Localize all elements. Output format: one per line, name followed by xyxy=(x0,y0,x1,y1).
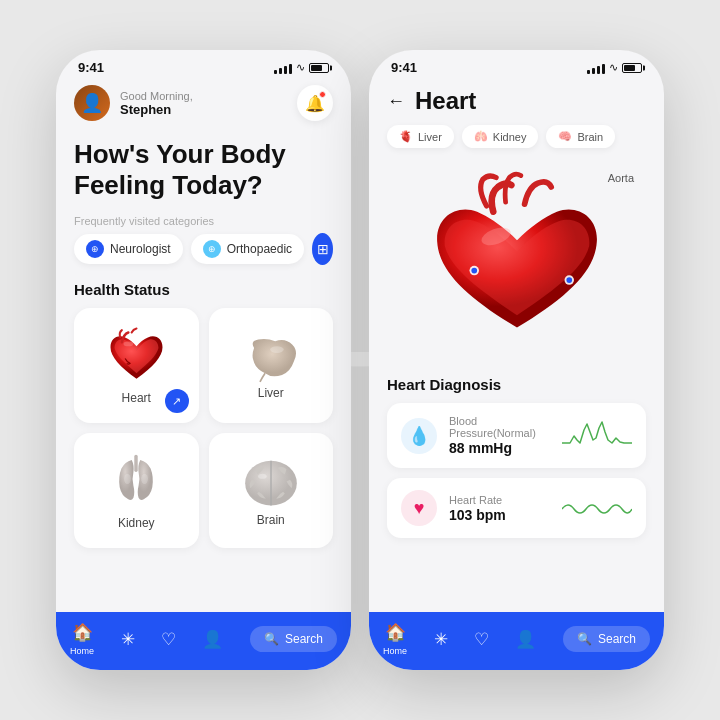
avatar-greeting: 👤 Good Morning, Stephen xyxy=(74,85,193,121)
avatar: 👤 xyxy=(74,85,110,121)
hr-chart xyxy=(562,491,632,526)
bottom-nav-1: 🏠 Home ✳ ♡ 👤 🔍 Search xyxy=(56,612,351,670)
neurologist-icon: ⊕ xyxy=(86,240,104,258)
wifi-icon-1: ∿ xyxy=(296,61,305,74)
tab-brain-label: Brain xyxy=(577,131,603,143)
status-icons-2: ∿ xyxy=(587,61,642,74)
heading-text: How's Your BodyFeeling Today? xyxy=(74,139,333,201)
diagnosis-title: Heart Diagnosis xyxy=(387,376,646,393)
diagnosis-section: Heart Diagnosis 💧 Blood Pressure(Normal)… xyxy=(369,372,664,612)
tab-kidney-label: Kidney xyxy=(493,131,527,143)
nav-asterisk-1[interactable]: ✳ xyxy=(121,629,135,650)
phone2-title: Heart xyxy=(415,87,476,115)
nav-home-label-1: Home xyxy=(70,646,94,656)
organ-card-brain[interactable]: Brain xyxy=(209,433,334,548)
nav-home-label-2: Home xyxy=(383,646,407,656)
avatar-face: 👤 xyxy=(81,92,103,114)
aorta-label: Aorta xyxy=(608,172,634,184)
grid-button[interactable]: ⊞ xyxy=(312,233,333,265)
organ-card-liver[interactable]: Liver xyxy=(209,308,334,423)
signal-bars-2 xyxy=(587,62,605,74)
back-button[interactable]: ← xyxy=(387,91,405,112)
signal-bar-1 xyxy=(274,70,277,74)
nav-person-1[interactable]: 👤 xyxy=(202,629,223,650)
person-icon-2: 👤 xyxy=(515,629,536,650)
heart-arrow-btn[interactable]: ↗ xyxy=(165,389,189,413)
kidney-label: Kidney xyxy=(118,516,155,530)
status-icons-1: ∿ xyxy=(274,61,329,74)
nav-heart-2[interactable]: ♡ xyxy=(474,629,489,650)
battery-icon-2 xyxy=(622,63,642,73)
diag-card-bp[interactable]: 💧 Blood Pressure(Normal) 88 mmHg xyxy=(387,403,646,468)
battery-icon-1 xyxy=(309,63,329,73)
organ-card-kidney[interactable]: Kidney xyxy=(74,433,199,548)
home-icon-1: 🏠 xyxy=(72,622,93,643)
phone2-header: ← Heart xyxy=(369,79,664,121)
bell-button[interactable]: 🔔 xyxy=(297,85,333,121)
sb1 xyxy=(587,70,590,74)
chip-neurologist[interactable]: ⊕ Neurologist xyxy=(74,234,183,264)
nav-home-1[interactable]: 🏠 Home xyxy=(70,622,94,656)
organ-tabs: 🫀 Liver 🫁 Kidney 🧠 Brain xyxy=(369,121,664,158)
search-label-1: Search xyxy=(285,632,323,646)
chip-orthopaedic[interactable]: ⊕ Orthopaedic xyxy=(191,234,304,264)
signal-bar-4 xyxy=(289,64,292,74)
sb4 xyxy=(602,64,605,74)
bp-symbol: 💧 xyxy=(408,425,430,447)
asterisk-icon-2: ✳ xyxy=(434,629,448,650)
hr-value: 103 bpm xyxy=(449,507,550,523)
organ-grid: Heart ↗ xyxy=(74,308,333,548)
bp-icon: 💧 xyxy=(401,418,437,454)
nav-asterisk-2[interactable]: ✳ xyxy=(434,629,448,650)
freq-label: Frequently visited categories xyxy=(56,207,351,233)
nav-heart-1[interactable]: ♡ xyxy=(161,629,176,650)
tab-liver-label: Liver xyxy=(418,131,442,143)
tab-kidney[interactable]: 🫁 Kidney xyxy=(462,125,539,148)
arrow-icon: ↗ xyxy=(172,395,181,408)
bp-info: Blood Pressure(Normal) 88 mmHg xyxy=(449,415,550,456)
heart-organ-image xyxy=(104,326,169,391)
liver-label: Liver xyxy=(258,386,284,400)
phone-2: 9:41 ∿ ← Heart 🫀 Li xyxy=(369,50,664,670)
svg-point-0 xyxy=(123,342,133,347)
organ-card-heart[interactable]: Heart ↗ xyxy=(74,308,199,423)
bp-value: 88 mmHg xyxy=(449,440,550,456)
heart-nav-icon-1: ♡ xyxy=(161,629,176,650)
tab-brain[interactable]: 🧠 Brain xyxy=(546,125,615,148)
greeting-name: Stephen xyxy=(120,102,193,117)
home-icon-2: 🏠 xyxy=(385,622,406,643)
nav-home-2[interactable]: 🏠 Home xyxy=(383,622,407,656)
nav-search-1[interactable]: 🔍 Search xyxy=(250,626,337,652)
signal-bar-2 xyxy=(279,68,282,74)
tab-liver[interactable]: 🫀 Liver xyxy=(387,125,454,148)
diag-card-hr[interactable]: ♥ Heart Rate 103 bpm xyxy=(387,478,646,538)
heart-display: Aorta xyxy=(369,158,664,372)
hr-info: Heart Rate 103 bpm xyxy=(449,494,550,523)
search-label-2: Search xyxy=(598,632,636,646)
nav-search-2[interactable]: 🔍 Search xyxy=(563,626,650,652)
header-row-1: 👤 Good Morning, Stephen 🔔 xyxy=(56,79,351,131)
svg-point-1 xyxy=(270,347,284,354)
battery-fill-1 xyxy=(311,65,322,71)
category-chips: ⊕ Neurologist ⊕ Orthopaedic ⊞ xyxy=(56,233,351,277)
svg-point-11 xyxy=(566,277,572,283)
heart-large-image xyxy=(422,168,612,358)
nav-person-2[interactable]: 👤 xyxy=(515,629,536,650)
battery-fill-2 xyxy=(624,65,635,71)
brain-organ-image xyxy=(240,455,302,513)
brain-label: Brain xyxy=(257,513,285,527)
svg-point-9 xyxy=(471,268,477,274)
svg-point-6 xyxy=(258,474,267,479)
hr-symbol: ♥ xyxy=(414,498,425,519)
person-icon-1: 👤 xyxy=(202,629,223,650)
svg-rect-2 xyxy=(135,455,138,472)
health-section: Health Status xyxy=(56,277,351,612)
signal-bar-3 xyxy=(284,66,287,74)
greeting-text: Good Morning, Stephen xyxy=(120,90,193,117)
hr-icon: ♥ xyxy=(401,490,437,526)
liver-tab-icon: 🫀 xyxy=(399,130,413,143)
signal-bars-1 xyxy=(274,62,292,74)
status-time-2: 9:41 xyxy=(391,60,417,75)
bottom-nav-2: 🏠 Home ✳ ♡ 👤 🔍 Search xyxy=(369,612,664,670)
bell-dot xyxy=(319,91,326,98)
